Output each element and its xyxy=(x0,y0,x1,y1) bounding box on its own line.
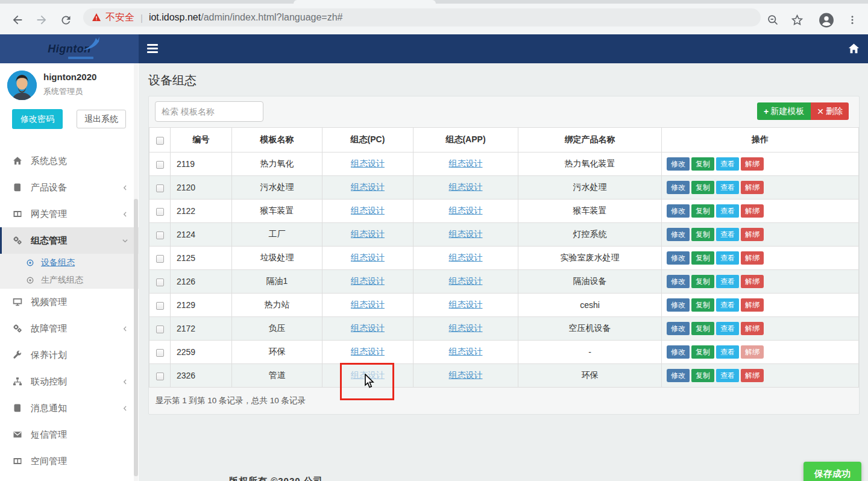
edit-button[interactable]: 修改 xyxy=(667,251,690,265)
delete-button[interactable]: ✕删除 xyxy=(811,102,849,120)
view-button[interactable]: 查看 xyxy=(716,204,739,218)
app-config-link[interactable]: 组态设计 xyxy=(449,347,483,356)
view-button[interactable]: 查看 xyxy=(716,275,739,288)
app-config-link[interactable]: 组态设计 xyxy=(449,159,483,168)
search-input[interactable] xyxy=(155,101,263,122)
copy-button[interactable]: 复制 xyxy=(691,322,714,335)
copy-button[interactable]: 复制 xyxy=(691,204,714,218)
new-template-button[interactable]: +新建模板 xyxy=(757,102,811,120)
unbind-button[interactable]: 解绑 xyxy=(741,181,764,194)
sidebar-item-device-config[interactable]: 设备组态 xyxy=(0,254,139,271)
edit-button[interactable]: 修改 xyxy=(667,298,690,312)
sidebar-item-sms-mgmt[interactable]: 短信管理 xyxy=(0,421,139,448)
view-button[interactable]: 查看 xyxy=(716,157,739,171)
view-button[interactable]: 查看 xyxy=(716,345,739,359)
sidebar-item-gateway-mgmt[interactable]: 网关管理 xyxy=(0,201,139,227)
unbind-button[interactable]: 解绑 xyxy=(741,228,764,241)
unbind-button[interactable]: 解绑 xyxy=(741,369,764,382)
edit-button[interactable]: 修改 xyxy=(667,275,690,288)
pc-config-link[interactable]: 组态设计 xyxy=(351,347,385,356)
app-config-link[interactable]: 组态设计 xyxy=(449,323,483,333)
brand-logo[interactable]: Hignton xyxy=(0,34,139,63)
select-all-checkbox[interactable] xyxy=(156,137,164,145)
url-bar[interactable]: 不安全 | iot.idosp.net/admin/index.html?lan… xyxy=(83,8,761,27)
unbind-button[interactable]: 解绑 xyxy=(741,298,764,312)
row-checkbox[interactable] xyxy=(156,184,164,192)
app-config-link[interactable]: 组态设计 xyxy=(449,253,483,262)
change-password-button[interactable]: 修改密码 xyxy=(12,109,63,129)
unbind-button[interactable]: 解绑 xyxy=(741,157,764,171)
pc-config-link[interactable]: 组态设计 xyxy=(351,182,385,192)
forward-icon[interactable] xyxy=(34,12,49,28)
view-button[interactable]: 查看 xyxy=(716,228,739,241)
app-config-link[interactable]: 组态设计 xyxy=(449,229,483,239)
app-config-link[interactable]: 组态设计 xyxy=(449,276,483,286)
back-icon[interactable] xyxy=(10,12,25,28)
view-button[interactable]: 查看 xyxy=(716,181,739,194)
copy-button[interactable]: 复制 xyxy=(691,298,714,312)
unbind-button[interactable]: 解绑 xyxy=(741,204,764,218)
sidebar-item-space-mgmt[interactable]: 空间管理 xyxy=(0,448,139,474)
logout-button[interactable]: 退出系统 xyxy=(77,110,126,128)
zoom-out-icon[interactable] xyxy=(765,12,781,28)
unbind-button[interactable]: 解绑 xyxy=(741,251,764,265)
browser-menu-icon[interactable] xyxy=(844,12,860,28)
view-button[interactable]: 查看 xyxy=(716,369,739,382)
sidebar-item-system-overview[interactable]: 系统总览 xyxy=(0,148,139,174)
copy-button[interactable]: 复制 xyxy=(691,369,714,382)
copy-button[interactable]: 复制 xyxy=(691,345,714,359)
app-config-link[interactable]: 组态设计 xyxy=(449,182,483,192)
sidebar-item-production-line-config[interactable]: 生产线组态 xyxy=(0,271,139,289)
app-config-link[interactable]: 组态设计 xyxy=(449,206,483,215)
edit-button[interactable]: 修改 xyxy=(667,157,690,171)
row-checkbox[interactable] xyxy=(156,231,164,239)
pc-config-link[interactable]: 组态设计 xyxy=(351,276,385,286)
row-checkbox[interactable] xyxy=(156,255,164,263)
pc-config-link[interactable]: 组态设计 xyxy=(351,253,385,262)
copy-button[interactable]: 复制 xyxy=(691,228,714,241)
copy-button[interactable]: 复制 xyxy=(691,157,714,171)
row-checkbox[interactable] xyxy=(156,373,164,380)
sidebar-item-fault-mgmt[interactable]: 故障管理 xyxy=(0,315,139,342)
copy-button[interactable]: 复制 xyxy=(691,251,714,265)
copy-button[interactable]: 复制 xyxy=(691,275,714,288)
row-checkbox[interactable] xyxy=(156,325,164,333)
pc-config-link[interactable]: 组态设计 xyxy=(351,206,385,215)
copy-button[interactable]: 复制 xyxy=(691,181,714,194)
sidebar-item-message-notify[interactable]: 消息通知 xyxy=(0,395,139,421)
unbind-button[interactable]: 解绑 xyxy=(741,322,764,335)
row-checkbox[interactable] xyxy=(156,349,164,357)
pc-config-link[interactable]: 组态设计 xyxy=(351,323,385,333)
sidebar-item-video-mgmt[interactable]: 视频管理 xyxy=(0,289,139,315)
row-checkbox[interactable] xyxy=(156,208,164,216)
sidebar-item-linkage-control[interactable]: 联动控制 xyxy=(0,368,139,395)
bookmark-star-icon[interactable] xyxy=(789,12,805,28)
view-button[interactable]: 查看 xyxy=(716,298,739,312)
row-checkbox[interactable] xyxy=(156,278,164,286)
row-checkbox[interactable] xyxy=(156,161,164,169)
edit-button[interactable]: 修改 xyxy=(667,181,690,194)
pc-config-link[interactable]: 组态设计 xyxy=(351,159,385,168)
pc-config-link[interactable]: 组态设计 xyxy=(351,300,385,309)
sidebar-scrollbar-thumb[interactable] xyxy=(134,199,138,476)
app-config-link[interactable]: 组态设计 xyxy=(449,370,483,380)
pc-config-link[interactable]: 组态设计 xyxy=(351,229,385,239)
browser-tab[interactable] xyxy=(294,0,436,4)
reload-icon[interactable] xyxy=(58,12,74,28)
sidebar-item-maintenance-plan[interactable]: 保养计划 xyxy=(0,342,139,368)
edit-button[interactable]: 修改 xyxy=(667,228,690,241)
view-button[interactable]: 查看 xyxy=(716,251,739,265)
app-config-link[interactable]: 组态设计 xyxy=(449,300,483,309)
home-icon[interactable] xyxy=(848,43,860,57)
edit-button[interactable]: 修改 xyxy=(667,369,690,382)
edit-button[interactable]: 修改 xyxy=(667,204,690,218)
unbind-button[interactable]: 解绑 xyxy=(741,275,764,288)
sidebar-item-product-device[interactable]: 产品设备 xyxy=(0,174,139,201)
profile-avatar-icon[interactable] xyxy=(819,12,834,28)
edit-button[interactable]: 修改 xyxy=(667,322,690,335)
sidebar-item-config-mgmt[interactable]: 组态管理 xyxy=(0,227,139,254)
sidebar-toggle-icon[interactable] xyxy=(147,44,158,53)
view-button[interactable]: 查看 xyxy=(716,322,739,335)
row-checkbox[interactable] xyxy=(156,302,164,310)
edit-button[interactable]: 修改 xyxy=(667,345,690,359)
